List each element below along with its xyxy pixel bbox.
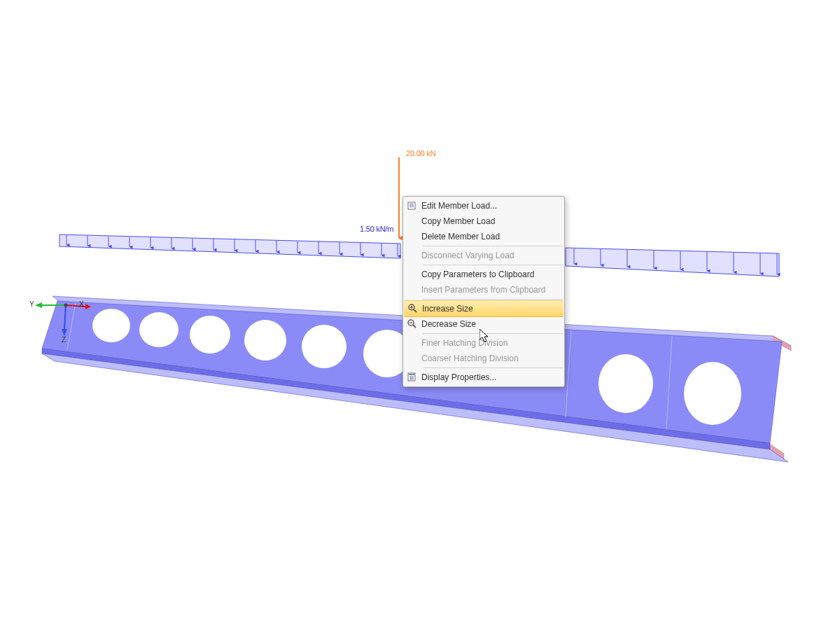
- viewport-3d[interactable]: 20.00 kN 1.50 kN/m X Y Z Edit Member Loa…: [0, 0, 840, 630]
- blank-icon: [403, 335, 421, 351]
- menu-item-delete-member-load[interactable]: Delete Member Load: [403, 229, 564, 244]
- svg-marker-50: [62, 329, 67, 336]
- svg-rect-55: [410, 206, 414, 207]
- menu-item-display-properties[interactable]: Display Properties...: [403, 370, 564, 385]
- props-icon: [403, 370, 421, 385]
- menu-item-finer-hatching-division: Finer Hatching Division: [403, 335, 564, 351]
- point-load-label: 20.00 kN: [406, 149, 435, 158]
- svg-rect-53: [410, 204, 414, 204]
- blank-icon: [403, 282, 421, 298]
- context-menu-separator: [423, 265, 563, 265]
- axis-z-label: Z: [62, 336, 66, 344]
- menu-item-label: Disconnect Varying Load: [421, 248, 559, 263]
- menu-item-label: Copy Parameters to Clipboard: [421, 267, 559, 282]
- svg-line-49: [64, 305, 66, 329]
- svg-line-61: [413, 325, 416, 328]
- blank-icon: [403, 248, 421, 263]
- svg-rect-64: [409, 374, 414, 375]
- menu-item-label: Display Properties...: [421, 370, 559, 385]
- menu-item-label: Edit Member Load...: [421, 198, 559, 214]
- menu-item-label: Decrease Size: [421, 316, 559, 332]
- svg-marker-48: [35, 302, 42, 308]
- context-menu[interactable]: Edit Member Load...Copy Member LoadDelet…: [402, 196, 565, 387]
- svg-point-51: [64, 304, 68, 307]
- menu-item-label: Delete Member Load: [421, 229, 559, 244]
- menu-item-label: Increase Size: [422, 301, 558, 316]
- blank-icon: [403, 351, 421, 366]
- context-menu-separator: [423, 246, 563, 246]
- menu-item-edit-member-load[interactable]: Edit Member Load...: [403, 198, 564, 214]
- blank-icon: [403, 214, 421, 229]
- menu-item-label: Insert Parameters from Clipboard: [421, 282, 559, 298]
- svg-rect-54: [410, 205, 414, 206]
- menu-item-copy-member-load[interactable]: Copy Member Load: [403, 214, 564, 229]
- menu-item-coarser-hatching-division: Coarser Hatching Division: [403, 351, 564, 366]
- edit-icon: [403, 198, 421, 214]
- menu-item-disconnect-varying-load: Disconnect Varying Load: [403, 248, 564, 263]
- svg-marker-17: [566, 248, 779, 276]
- zoom-out-icon: [403, 316, 421, 332]
- menu-item-label: Copy Member Load: [421, 214, 559, 229]
- context-menu-separator: [423, 333, 563, 334]
- menu-item-insert-parameters-from-clipboard: Insert Parameters from Clipboard: [403, 282, 564, 298]
- menu-item-increase-size[interactable]: Increase Size: [404, 300, 564, 317]
- menu-item-decrease-size[interactable]: Decrease Size: [403, 316, 564, 332]
- svg-marker-46: [85, 304, 91, 309]
- axis-y-label: Y: [29, 300, 34, 308]
- axis-x-label: X: [79, 300, 84, 308]
- menu-item-label: Coarser Hatching Division: [421, 351, 559, 366]
- menu-item-label: Finer Hatching Division: [421, 335, 559, 351]
- blank-icon: [403, 229, 421, 244]
- context-menu-separator: [423, 299, 563, 300]
- zoom-in-icon: [404, 301, 422, 316]
- blank-icon: [403, 267, 421, 282]
- menu-item-copy-parameters-to-clipboard[interactable]: Copy Parameters to Clipboard: [403, 267, 564, 282]
- svg-marker-16: [59, 234, 400, 258]
- context-menu-separator: [423, 368, 563, 368]
- svg-line-57: [414, 309, 416, 312]
- distributed-load-label: 1.50 kN/m: [360, 225, 393, 233]
